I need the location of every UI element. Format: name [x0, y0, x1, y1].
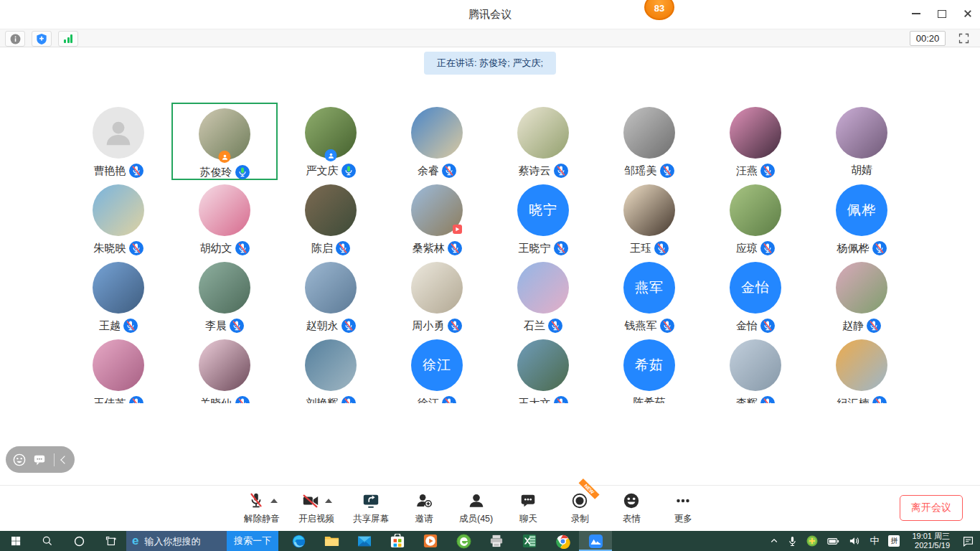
avatar-initials: 佩桦 [836, 184, 887, 236]
reaction-overlay-pill [6, 446, 75, 473]
taskbar-app-store[interactable] [381, 531, 414, 551]
toolbar-cam-off-button[interactable]: 开启视频 [298, 491, 334, 525]
participant-tile[interactable]: 李晨 [171, 258, 278, 335]
search-submit-button[interactable]: 搜索一下 [227, 531, 278, 551]
toolbar-chat-button[interactable]: 聊天 [512, 491, 545, 525]
meeting-info-button[interactable] [5, 31, 25, 47]
participant-name: 关晓仙 [200, 397, 232, 404]
toolbar-record-button[interactable]: NEW录制 [563, 491, 596, 525]
toolbar-members-button[interactable]: 成员(45) [459, 491, 493, 525]
tray-microphone-icon[interactable] [788, 536, 797, 547]
participant-tile[interactable]: 周小勇 [384, 258, 490, 335]
emoji-overlay-button[interactable] [13, 453, 26, 466]
participant-tile[interactable]: 燕军钱燕军 [596, 258, 702, 335]
store-icon [390, 534, 405, 548]
participant-tile[interactable]: 希茹陈希茹 [596, 335, 702, 403]
language-indicator[interactable]: 中 [870, 534, 879, 547]
participant-tile[interactable]: 邹瑶美 [596, 103, 702, 180]
maximize-button[interactable] [937, 9, 947, 19]
participant-tile[interactable]: 蔡诗云 [490, 103, 596, 180]
participant-tile[interactable]: 朱晓映 [65, 180, 171, 258]
participant-name: 胡幼文 [200, 242, 232, 255]
expand-arrow-icon[interactable] [325, 499, 332, 503]
participant-tile[interactable]: 王珏 [596, 180, 702, 258]
toolbar-emoji-button[interactable]: 表情 [615, 491, 648, 525]
mic-muted-icon [872, 396, 887, 403]
task-view-button[interactable] [95, 531, 126, 551]
participant-tile[interactable]: 汪燕 [702, 103, 809, 180]
task-view-icon [105, 535, 117, 547]
tray-battery-icon[interactable] [827, 537, 839, 546]
taskbar-app-chrome[interactable] [546, 531, 579, 551]
avatar [836, 107, 887, 159]
fullscreen-button[interactable] [957, 32, 970, 44]
toolbar-item-label: 共享屏幕 [353, 513, 389, 525]
cortana-button[interactable] [63, 531, 95, 551]
share-screen-icon [362, 491, 380, 510]
avatar [305, 262, 357, 314]
participant-tile[interactable]: 李辉 [702, 335, 809, 403]
participant-tile[interactable]: 王越 [65, 258, 171, 335]
toolbar-share-screen-button[interactable]: 共享屏幕 [353, 491, 389, 525]
taskbar-app-mail[interactable] [348, 531, 381, 551]
participant-tile[interactable]: 王佳芝 [65, 335, 171, 403]
taskbar-app-file-explorer[interactable] [315, 531, 348, 551]
participant-tile[interactable]: 刘艳辉 [278, 335, 384, 403]
participant-name-row: 王珏 [630, 241, 669, 255]
participant-tile[interactable]: 应琼 [702, 180, 809, 258]
participant-tile[interactable]: 曹艳艳 [65, 103, 171, 180]
participant-tile[interactable]: 赵朝永 [278, 258, 384, 335]
participant-tile[interactable]: 苏俊玲 [171, 103, 278, 180]
participant-tile[interactable]: 纪汇楠 [809, 335, 915, 403]
taskbar-search-input[interactable] [143, 535, 227, 547]
toolbar-more-button[interactable]: 更多 [666, 491, 699, 525]
participant-name-row: 钱燕军 [625, 319, 674, 333]
start-button[interactable] [0, 531, 32, 551]
participant-tile[interactable]: 徐江徐江 [384, 335, 490, 403]
security-shield-button[interactable] [32, 31, 52, 47]
taskbar-app-tencent-meeting[interactable] [579, 531, 612, 551]
member-badge-icon [325, 149, 337, 161]
collapse-overlay-button[interactable] [60, 456, 68, 463]
minimize-button[interactable] [911, 9, 921, 19]
taskbar-app-browser-e[interactable] [447, 531, 480, 551]
avatar: 徐江 [411, 339, 463, 391]
participant-tile[interactable]: 严文庆 [278, 103, 384, 180]
taskbar-apps [282, 531, 612, 551]
participant-tile[interactable]: 陈启 [278, 180, 384, 258]
participant-tile[interactable]: 石兰 [490, 258, 596, 335]
taskbar-clock[interactable]: 19:01 周三 2021/5/19 [909, 532, 953, 550]
avatar: 金怡 [730, 262, 781, 314]
tray-volume-icon[interactable] [849, 536, 860, 546]
taskbar-search-box[interactable]: e 搜索一下 [126, 531, 278, 551]
expand-arrow-icon[interactable] [270, 499, 278, 503]
toolbar-invite-button[interactable]: 邀请 [407, 491, 440, 525]
participant-tile[interactable]: 关晓仙 [171, 335, 278, 403]
participant-tile[interactable]: 晓宁王晓宁 [490, 180, 596, 258]
leave-meeting-button[interactable]: 离开会议 [900, 495, 963, 521]
participant-tile[interactable]: 桑紫林 [384, 180, 490, 258]
taskbar-app-edge[interactable] [282, 531, 315, 551]
participant-tile[interactable]: 佩桦杨佩桦 [809, 180, 915, 258]
tray-antivirus-icon[interactable] [806, 535, 818, 547]
participant-tile[interactable]: 金怡金怡 [702, 258, 809, 335]
taskbar-app-printer[interactable] [480, 531, 513, 551]
toolbar-mic-off-button[interactable]: 解除静音 [244, 491, 280, 525]
participant-tile[interactable]: 余睿 [384, 103, 490, 180]
avatar-photo [836, 262, 887, 314]
close-button[interactable] [963, 9, 973, 19]
participant-tile[interactable]: 王大文 [490, 335, 596, 403]
action-center-icon[interactable] [962, 535, 974, 547]
participant-tile[interactable]: 胡婧 [809, 103, 915, 180]
tray-chevron-up-icon[interactable] [770, 537, 778, 545]
taskbar-search-button[interactable] [32, 531, 63, 551]
network-quality-button[interactable] [58, 31, 78, 47]
taskbar-app-excel[interactable] [513, 531, 546, 551]
participant-tile[interactable]: 赵静 [809, 258, 915, 335]
ime-pinyin-icon[interactable]: 拼 [888, 535, 900, 547]
clock-date: 2021/5/19 [912, 541, 950, 550]
participant-tile[interactable]: 胡幼文 [171, 180, 278, 258]
meeting-toolbar-items: 解除静音开启视频共享屏幕邀请成员(45)聊天NEW录制表情更多 [244, 491, 699, 525]
taskbar-app-video-player[interactable] [414, 531, 447, 551]
chat-overlay-button[interactable] [33, 453, 46, 466]
